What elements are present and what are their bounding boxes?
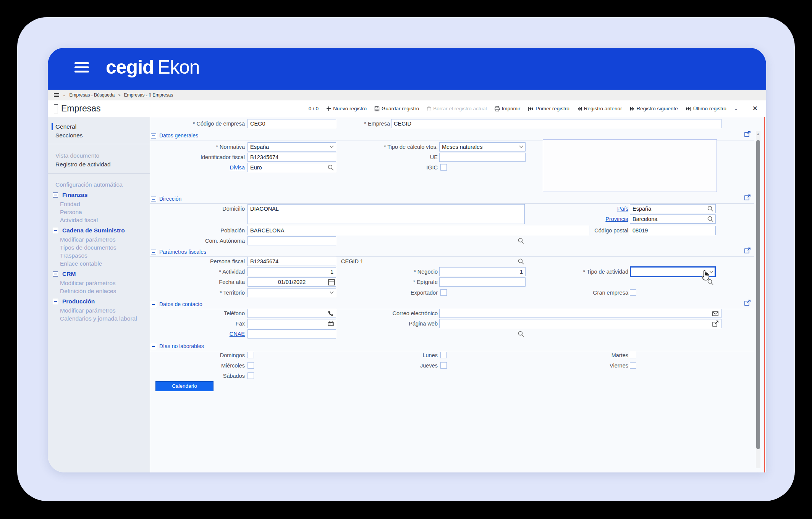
sidebar-item-actvidad-fiscal[interactable]: Actvidad fiscal — [48, 216, 150, 224]
divisa-input[interactable] — [247, 163, 336, 172]
close-icon[interactable]: ✕ — [752, 105, 758, 113]
sidebar-item-vista-documento[interactable]: Vista documento — [48, 152, 150, 160]
toolbar-more-chevron-icon[interactable]: ⌄ — [734, 106, 738, 111]
cnae-link-label[interactable]: CNAE — [150, 329, 245, 338]
next-record-button[interactable]: Registro siguiente — [630, 106, 678, 111]
hamburger-menu-icon[interactable] — [74, 62, 89, 74]
search-icon[interactable] — [707, 216, 714, 222]
collapse-icon[interactable] — [53, 299, 58, 304]
sabados-checkbox[interactable] — [247, 372, 254, 379]
sidebar-item-registro-actividad[interactable]: Registro de actividad — [48, 160, 150, 169]
pais-link-label[interactable]: País — [524, 204, 628, 213]
sidebar-item-calendarios-jornada[interactable]: Calendarios y jornada laboral — [48, 314, 150, 323]
popout-section-icon[interactable] — [744, 300, 751, 307]
sidebar-item-enlace-contable[interactable]: Enlace contable — [48, 260, 150, 268]
persona-fiscal-input[interactable] — [247, 257, 336, 266]
gran-empresa-checkbox[interactable] — [630, 289, 636, 296]
popout-section-icon[interactable] — [744, 131, 751, 139]
sidebar-group-cadena-suministro[interactable]: Cadena de Suministro — [48, 226, 150, 235]
negocio-input[interactable] — [439, 267, 526, 276]
sidebar-group-crm[interactable]: CRM — [48, 270, 150, 278]
tipo-calculo-select[interactable] — [439, 142, 526, 152]
sidebar-item-entidad[interactable]: Entidad — [48, 200, 150, 208]
fecha-alta-input[interactable] — [247, 277, 336, 287]
empresa-input[interactable] — [391, 119, 721, 128]
sidebar-item-traspasos[interactable]: Traspasos — [48, 251, 150, 260]
domingos-checkbox[interactable] — [247, 352, 254, 358]
breadcrumb-menu-icon[interactable] — [54, 93, 59, 97]
lunes-checkbox[interactable] — [440, 352, 447, 358]
territorio-label: * Territorio — [150, 288, 245, 297]
normativa-select[interactable] — [247, 142, 336, 152]
correo-input[interactable] — [439, 309, 721, 318]
popout-section-icon[interactable] — [744, 194, 751, 202]
collapse-icon[interactable] — [53, 192, 58, 198]
search-icon[interactable] — [518, 330, 524, 337]
new-record-button[interactable]: Nuevo registro — [326, 106, 367, 111]
sidebar-item-configuracion-automatica[interactable]: Configuración automática — [48, 181, 150, 189]
collapse-section-icon[interactable] — [151, 197, 156, 202]
brand-light: Ekon — [158, 56, 200, 78]
sidebar-item-tipos-documentos[interactable]: Tipos de documentos — [48, 243, 150, 252]
vertical-scrollbar[interactable] — [756, 140, 760, 449]
domicilio-textarea[interactable] — [247, 204, 525, 224]
codigo-postal-input[interactable] — [630, 226, 716, 235]
collapse-section-icon[interactable] — [151, 250, 156, 255]
collapse-section-icon[interactable] — [151, 302, 156, 307]
territorio-select[interactable] — [247, 288, 336, 297]
epigrafe-input[interactable] — [439, 277, 526, 287]
martes-checkbox[interactable] — [630, 352, 636, 358]
breadcrumb-link-busqueda[interactable]: Empresas - Búsqueda — [69, 92, 115, 98]
notes-textarea[interactable] — [543, 139, 717, 192]
miercoles-checkbox[interactable] — [247, 362, 254, 369]
breadcrumb-link-empresas[interactable]: Empresas - ▯ Empresas — [124, 92, 173, 98]
viernes-checkbox[interactable] — [630, 362, 636, 369]
provincia-input[interactable] — [630, 214, 716, 224]
collapse-icon[interactable] — [53, 271, 58, 277]
first-record-button[interactable]: Primer registro — [528, 106, 569, 111]
divisa-link-label[interactable]: Divisa — [150, 163, 245, 172]
sidebar-item-modificar-parametros-cs[interactable]: Modificar parámetros — [48, 235, 150, 244]
search-icon[interactable] — [518, 258, 524, 265]
collapse-icon[interactable] — [53, 228, 58, 233]
ue-input[interactable] — [439, 153, 526, 162]
sidebar-item-general[interactable]: General — [48, 122, 150, 131]
jueves-checkbox[interactable] — [440, 362, 447, 369]
sidebar-item-secciones[interactable]: Secciones — [48, 131, 150, 140]
collapse-section-icon[interactable] — [151, 344, 156, 349]
sidebar-item-modificar-parametros-prod[interactable]: Modificar parámetros — [48, 306, 150, 315]
previous-record-button[interactable]: Registro anterior — [577, 106, 622, 111]
sidebar-item-modificar-parametros-crm[interactable]: Modificar parámetros — [48, 279, 150, 287]
com-autonoma-input[interactable] — [247, 236, 336, 245]
pagina-web-input[interactable] — [439, 319, 721, 328]
tipo-actividad-select[interactable] — [630, 266, 716, 277]
sidebar-group-finanzas[interactable]: Finanzas — [48, 191, 150, 199]
igic-checkbox[interactable] — [440, 164, 447, 171]
save-record-button[interactable]: Guardar registro — [374, 106, 419, 111]
search-icon[interactable] — [707, 205, 714, 212]
fax-input[interactable] — [247, 319, 336, 328]
new-record-label: Nuevo registro — [333, 106, 367, 111]
content: General Secciones Vista documento Regist… — [48, 117, 766, 472]
calendario-button[interactable]: Calendario — [155, 381, 214, 391]
chevron-down-icon[interactable]: ⌄ — [63, 93, 66, 97]
search-icon[interactable] — [518, 237, 524, 244]
sidebar-item-definicion-enlaces[interactable]: Definición de enlaces — [48, 287, 150, 295]
fecha-alta-label: Fecha alta — [150, 277, 245, 287]
actividad-input[interactable] — [247, 267, 336, 276]
scroll-up-arrow[interactable]: ▲ — [756, 132, 760, 136]
sidebar-item-persona[interactable]: Persona — [48, 208, 150, 216]
popout-section-icon[interactable] — [744, 247, 751, 255]
background-card: cegidEkon ⌄ Empresas - Búsqueda > Empres… — [17, 17, 795, 501]
sidebar-group-produccion[interactable]: Producción — [48, 297, 150, 306]
identificador-fiscal-input[interactable] — [247, 153, 336, 162]
print-button[interactable]: Imprimir — [495, 106, 521, 111]
last-record-button[interactable]: Último registro — [686, 106, 726, 111]
exportador-checkbox[interactable] — [440, 289, 447, 296]
search-icon[interactable] — [707, 279, 714, 285]
telefono-input[interactable] — [247, 309, 336, 318]
provincia-link-label[interactable]: Provincia — [524, 214, 628, 224]
pais-input[interactable] — [630, 204, 716, 213]
cnae-input[interactable] — [247, 329, 336, 338]
collapse-section-icon[interactable] — [151, 133, 156, 139]
